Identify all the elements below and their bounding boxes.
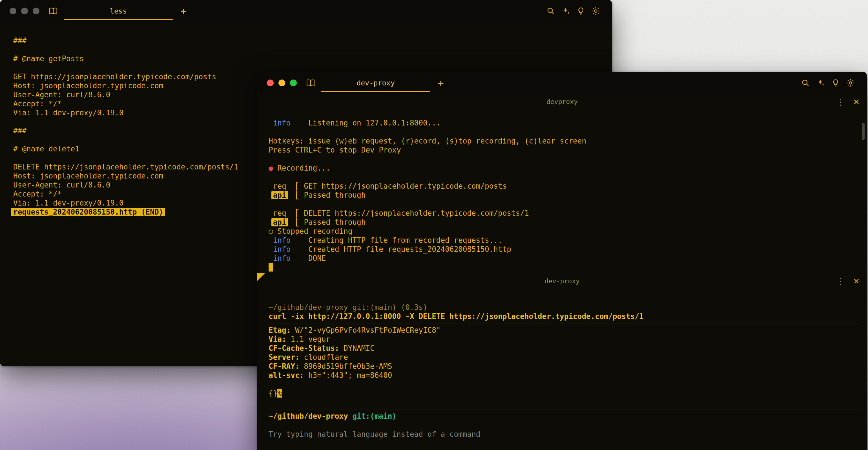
- pane-title: dev-proxy: [545, 277, 580, 285]
- pane-menu-icon[interactable]: ⋮: [836, 97, 845, 107]
- terminal-line: req ⎡ DELETE https://jsonplaceholder.typ…: [269, 209, 861, 218]
- close-window-button[interactable]: [267, 80, 274, 86]
- pane-title: devproxy: [547, 98, 578, 106]
- minimize-window-button[interactable]: [21, 8, 28, 14]
- terminal-line: [13, 45, 607, 54]
- pane-close-icon[interactable]: ✕: [853, 97, 860, 106]
- active-tab-underline: [321, 91, 430, 92]
- pane-header: devproxy ⋮ ✕: [257, 94, 867, 110]
- terminal-line: [269, 263, 861, 272]
- pane-header: dev-proxy ⋮ ✕: [257, 273, 867, 289]
- pane-actions: ⋮ ✕: [836, 94, 860, 110]
- settings-gear-icon[interactable]: [846, 79, 855, 87]
- pane-close-icon[interactable]: ✕: [853, 277, 860, 286]
- terminal-line: api ⎣ Passed through: [269, 190, 861, 200]
- terminal-line: ~/github/dev-proxy git:(main) (0.3s): [269, 303, 861, 312]
- terminal-line: Try typing natural language instead of a…: [269, 430, 861, 439]
- terminal-line: [269, 127, 861, 137]
- new-tab-button[interactable]: +: [438, 77, 444, 89]
- new-tab-button[interactable]: +: [180, 5, 187, 17]
- terminal-output-shell: ~/github/dev-proxy git:(main) (0.3s)curl…: [257, 289, 867, 439]
- terminal-line: Etag: W/"2-vyGp6PvFo4RvsFtPoIWeCReyIC8": [269, 326, 861, 335]
- terminal-line: # @name getPosts: [13, 54, 607, 63]
- terminal-line: [269, 398, 861, 407]
- active-tab-underline: [64, 19, 173, 20]
- terminal-line: Via: 1.1 vegur: [269, 335, 861, 344]
- close-window-button[interactable]: [9, 8, 17, 14]
- book-icon[interactable]: [49, 7, 58, 15]
- terminal-line: ● Recording...: [269, 163, 861, 173]
- pane-split-corner-marker: [257, 273, 265, 281]
- titlebar: less +: [0, 0, 612, 22]
- tab-less[interactable]: less: [62, 0, 175, 22]
- terminal-line: alt-svc: h3=":443"; ma=86400: [269, 371, 861, 380]
- terminal-line: [269, 421, 861, 430]
- terminal-line: info Listening on 127.0.0.1:8000...: [269, 118, 861, 127]
- terminal-line: CF-Cache-Status: DYNAMIC: [269, 344, 861, 353]
- titlebar-icons: [546, 6, 600, 16]
- terminal-output-devproxy: info Listening on 127.0.0.1:8000... Hotk…: [257, 110, 867, 273]
- terminal-line: Press CTRL+C to stop Dev Proxy: [269, 146, 861, 154]
- terminal-line: Hotkeys: issue (w)eb request, (r)ecord, …: [269, 137, 861, 146]
- tab-dev-proxy[interactable]: dev-proxy: [319, 72, 432, 94]
- terminal-line: ○ Stopped recording: [269, 227, 861, 236]
- minimize-window-button[interactable]: [278, 80, 285, 86]
- traffic-lights: [9, 8, 39, 14]
- terminal-line: [269, 200, 861, 209]
- tab-label: less: [110, 7, 127, 15]
- ai-sparkles-icon[interactable]: [816, 79, 825, 87]
- pane-dev-proxy-shell: dev-proxy ⋮ ✕ ~/github/dev-proxy git:(ma…: [257, 273, 867, 439]
- terminal-line: {}%: [269, 389, 861, 398]
- titlebar-icons: [801, 79, 855, 87]
- tab-label: dev-proxy: [356, 79, 395, 87]
- lightbulb-icon[interactable]: [577, 6, 585, 16]
- pane-devproxy: devproxy ⋮ ✕ info Listening on 127.0.0.1…: [257, 94, 867, 273]
- block-separator: [269, 409, 861, 410]
- terminal-line: ~/github/dev-proxy git:(main): [269, 412, 861, 421]
- terminal-line: [269, 380, 861, 389]
- terminal-line: curl -ix http://127.0.0.1:8000 -X DELETE…: [269, 312, 861, 321]
- terminal-line: info Created HTTP file requests_20240620…: [269, 245, 861, 254]
- terminal-line: [269, 154, 861, 163]
- scrollbar[interactable]: [862, 123, 865, 140]
- terminal-line: [13, 63, 607, 72]
- ai-sparkles-icon[interactable]: [561, 6, 570, 16]
- terminal-line: api ⎣ Passed through: [269, 218, 861, 227]
- window-dev-proxy: dev-proxy +: [257, 72, 867, 450]
- search-icon[interactable]: [546, 6, 555, 16]
- terminal-line: Server: cloudflare: [269, 353, 861, 362]
- terminal-line: info Creating HTTP file from recorded re…: [269, 236, 861, 245]
- desktop: { "chrome": { "new_tab_label": "+", "keb…: [0, 0, 868, 450]
- titlebar: dev-proxy +: [257, 72, 867, 94]
- lightbulb-icon[interactable]: [831, 79, 840, 87]
- book-icon[interactable]: [306, 79, 315, 87]
- terminal-line: info DONE: [269, 254, 861, 263]
- terminal-line: [269, 173, 861, 182]
- search-icon[interactable]: [801, 79, 810, 87]
- zoom-window-button[interactable]: [33, 8, 39, 14]
- traffic-lights: [267, 80, 297, 86]
- zoom-window-button[interactable]: [290, 80, 297, 86]
- terminal-line: ###: [13, 36, 607, 45]
- pane-actions: ⋮ ✕: [836, 273, 860, 289]
- terminal-line: CF-RAY: 8969d519bffe0b3e-AMS: [269, 362, 861, 371]
- terminal-line: req ⎡ GET https://jsonplaceholder.typico…: [269, 182, 861, 190]
- settings-gear-icon[interactable]: [591, 6, 600, 16]
- pane-menu-icon[interactable]: ⋮: [836, 276, 845, 286]
